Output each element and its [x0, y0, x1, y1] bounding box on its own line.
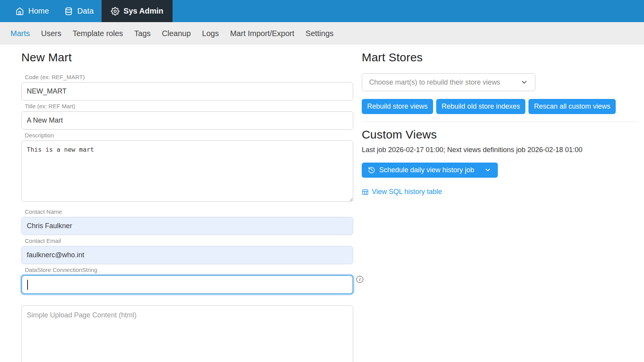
nav-item-data[interactable]: Data	[57, 0, 101, 22]
title-field-group: Title (ex: REF Mart)	[21, 102, 353, 130]
title-label: Title (ex: REF Mart)	[25, 102, 353, 110]
view-sql-history-link[interactable]: View SQL history table	[372, 188, 442, 196]
code-field-group: Code (ex: REF_MART)	[21, 73, 353, 100]
nav-item-label: Sys Admin	[124, 7, 164, 16]
upload-content-textarea[interactable]	[21, 305, 353, 362]
code-label: Code (ex: REF_MART)	[25, 73, 353, 81]
tab-marts[interactable]: Marts	[10, 29, 30, 38]
mart-stores-title: Mart Stores	[362, 51, 638, 64]
description-field-group: Description This is a new mart	[21, 132, 353, 203]
main-content: New Mart Code (ex: REF_MART) Title (ex: …	[0, 45, 644, 362]
upload-content-field-group	[21, 305, 353, 362]
page-title: New Mart	[21, 51, 353, 64]
description-label: Description	[25, 132, 353, 139]
rescan-all-custom-views-button[interactable]: Rescan all custom views	[528, 99, 616, 114]
mart-select-placeholder: Choose mart(s) to rebuild their store vi…	[369, 78, 500, 87]
chevron-down-icon	[484, 166, 492, 174]
mart-stores-panel: Mart Stores Choose mart(s) to rebuild th…	[362, 45, 638, 196]
gear-icon	[111, 7, 119, 16]
new-mart-form: New Mart Code (ex: REF_MART) Title (ex: …	[21, 45, 353, 362]
mart-stores-actions: Rebuild store views Rebuild old store in…	[362, 99, 638, 114]
admin-tab-bar: Marts Users Template roles Tags Cleanup …	[0, 22, 644, 45]
top-navbar: Home Data Sys Admin	[0, 0, 644, 22]
rebuild-old-store-indexes-button[interactable]: Rebuild old store indexes	[436, 99, 525, 114]
title-input[interactable]	[21, 111, 353, 130]
schedule-button-label: Schedule daily view history job	[379, 166, 474, 174]
view-sql-history-row: View SQL history table	[362, 188, 638, 196]
info-icon[interactable]: i	[356, 276, 363, 283]
tab-template-roles[interactable]: Template roles	[73, 29, 123, 38]
connection-string-input[interactable]	[21, 275, 353, 294]
text-caret	[27, 280, 28, 290]
home-icon	[16, 7, 24, 16]
history-clock-icon	[368, 166, 375, 174]
contact-email-label: Contact Email	[25, 237, 353, 244]
contact-name-field-group: Contact Name	[21, 208, 353, 235]
connection-string-label: DataStore ConnectionString	[25, 266, 353, 274]
nav-item-sys-admin[interactable]: Sys Admin	[102, 0, 173, 22]
section-divider	[362, 121, 638, 122]
code-input[interactable]	[21, 82, 353, 100]
nav-item-label: Data	[77, 7, 93, 16]
tab-mart-import-export[interactable]: Mart Import/Export	[230, 29, 294, 38]
connection-string-field-group: DataStore ConnectionString i	[21, 266, 353, 294]
chevron-down-icon	[520, 78, 528, 86]
tab-settings[interactable]: Settings	[306, 29, 333, 38]
tab-cleanup[interactable]: Cleanup	[162, 29, 191, 38]
mart-select-dropdown[interactable]: Choose mart(s) to rebuild their store vi…	[362, 73, 535, 91]
contact-name-input[interactable]	[21, 217, 353, 235]
contact-email-field-group: Contact Email	[21, 237, 353, 264]
description-textarea[interactable]: This is a new mart	[21, 140, 353, 202]
contact-name-label: Contact Name	[25, 208, 353, 215]
contact-email-input[interactable]	[21, 246, 353, 264]
nav-item-label: Home	[28, 7, 49, 16]
tab-users[interactable]: Users	[41, 29, 61, 38]
tab-logs[interactable]: Logs	[202, 29, 219, 38]
connection-string-wrapper: i	[21, 275, 353, 294]
database-icon	[64, 7, 73, 16]
nav-item-home[interactable]: Home	[8, 0, 57, 22]
schedule-daily-view-history-job-button[interactable]: Schedule daily view history job	[362, 163, 498, 178]
table-icon	[362, 189, 369, 196]
job-status-text: Last job 2026-02-17 01:00; Next views de…	[362, 146, 638, 154]
rebuild-store-views-button[interactable]: Rebuild store views	[362, 99, 433, 114]
custom-views-title: Custom Views	[362, 128, 638, 141]
tab-tags[interactable]: Tags	[134, 29, 150, 38]
